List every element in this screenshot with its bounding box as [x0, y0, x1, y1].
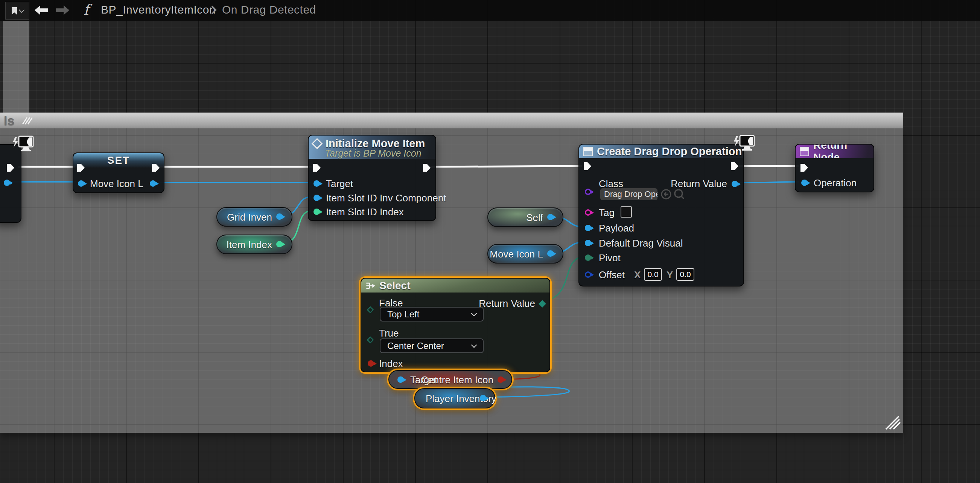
class-dropdown[interactable]: Drag Drop Opera — [600, 188, 657, 200]
false-value-dropdown[interactable]: Top Left — [380, 307, 484, 322]
exec-in-pin[interactable] — [800, 164, 808, 172]
target-pin[interactable] — [398, 376, 404, 383]
bookmark-icon — [11, 7, 18, 15]
exec-out-pin[interactable] — [731, 162, 739, 170]
item-index-variable-node[interactable]: Item Index — [216, 234, 293, 254]
exec-out-pin[interactable] — [423, 164, 431, 172]
item-slot-id-index-pin[interactable] — [313, 209, 320, 215]
return-node[interactable]: Return Node Operation — [795, 144, 874, 192]
initialize-move-item-node[interactable]: Initialize Move Item Target is BP Move I… — [308, 135, 436, 221]
select-icon — [366, 282, 375, 289]
default-drag-visual-pin[interactable] — [585, 240, 591, 246]
inv-component-pin-label: Item Slot ID Inv Component — [326, 192, 446, 204]
move-icon-l-label: Move Icon L — [490, 249, 543, 260]
class-pin[interactable] — [585, 189, 591, 195]
item-index-out-pin[interactable] — [276, 241, 283, 247]
false-value: Top Left — [387, 309, 419, 320]
return-node-title: Return Node — [813, 145, 873, 158]
operation-pin-label: Operation — [814, 177, 857, 189]
offset-x-input[interactable]: 0.0 — [644, 268, 662, 281]
wires-layer — [0, 0, 980, 483]
operation-pin[interactable] — [801, 180, 808, 186]
object-out-pin[interactable] — [4, 180, 10, 186]
select-return-pin[interactable] — [539, 300, 546, 308]
payload-pin-label: Payload — [599, 223, 634, 234]
player-inventory-out-pin[interactable] — [480, 395, 486, 401]
offset-pin-label: Offset — [599, 269, 625, 281]
create-node-header: Create Drag Drop Operation — [579, 145, 743, 158]
use-selected-and-browse-icons[interactable] — [660, 188, 684, 200]
back-arrow-button[interactable] — [35, 5, 48, 15]
blueprint-graph-canvas[interactable]: ls — [0, 0, 980, 483]
return-node-header: Return Node — [795, 145, 873, 158]
false-pin[interactable] — [367, 306, 374, 314]
return-value-row: Return Value — [671, 178, 738, 190]
function-square-icon — [583, 147, 593, 156]
payload-pin[interactable] — [585, 225, 591, 231]
set-node-title: SET — [107, 155, 130, 166]
initialize-node-subtitle: Target is BP Move Icon — [325, 148, 422, 159]
offset-pin[interactable] — [585, 271, 591, 278]
self-label: Self — [526, 212, 543, 224]
create-drag-drop-operation-node[interactable]: Create Drag Drop Operation Class Drag Dr… — [578, 144, 744, 287]
exec-in-pin[interactable] — [584, 162, 592, 170]
select-return-row: Return Value — [479, 298, 545, 309]
select-node-header: Select — [361, 279, 549, 293]
bookmarks-button[interactable] — [5, 2, 29, 19]
exec-in-pin[interactable] — [313, 164, 321, 172]
index-pin-label: Index — [379, 358, 403, 370]
tag-pin-label: Tag — [599, 207, 614, 219]
exec-in-pin[interactable] — [77, 164, 85, 172]
item-slot-id-inv-component-pin[interactable] — [313, 194, 320, 201]
grid-inven-out-pin[interactable] — [276, 214, 283, 220]
centre-item-icon-out-pin[interactable] — [498, 376, 504, 383]
self-out-pin[interactable] — [547, 214, 554, 220]
set-move-icon-node[interactable]: SET Move Icon L — [73, 153, 164, 193]
return-square-icon — [800, 147, 809, 156]
true-value-dropdown[interactable]: Center Center — [380, 338, 484, 353]
centre-item-icon-node[interactable]: Target Centre Item Icon — [388, 370, 512, 389]
pivot-pin-label: Pivot — [599, 252, 620, 264]
select-node[interactable]: Select False Top Left True Center Center… — [361, 278, 550, 372]
slot-index-pin-label: Item Slot ID Index — [326, 206, 404, 218]
move-icon-pin-label: Move Icon L — [90, 178, 143, 190]
item-index-label: Item Index — [227, 239, 272, 251]
move-icon-in-pin[interactable] — [78, 180, 84, 187]
move-icon-out-pin[interactable] — [150, 180, 156, 187]
chevron-down-icon — [18, 7, 24, 13]
graph-breadcrumb-toolbar: f BP_InventoryItemIcon On Drag Detected — [0, 0, 980, 21]
tag-text-input[interactable] — [620, 206, 632, 218]
default-drag-visual-label: Default Drag Visual — [599, 238, 683, 249]
offset-y-input[interactable]: 0.0 — [676, 268, 694, 281]
forward-arrow-button[interactable] — [56, 5, 69, 15]
self-variable-node[interactable]: Self — [487, 207, 563, 227]
index-pin[interactable] — [368, 360, 374, 367]
true-pin-label: True — [379, 328, 399, 339]
create-node-title: Create Drag Drop Operation — [597, 145, 742, 158]
set-node-header: SET — [73, 153, 164, 167]
breadcrumb-root[interactable]: BP_InventoryItemIcon — [101, 3, 216, 16]
tag-pin[interactable] — [585, 209, 591, 216]
exec-out-pin[interactable] — [7, 164, 15, 172]
offset-x-label: X — [634, 269, 641, 281]
breadcrumb-current[interactable]: On Drag Detected — [222, 3, 316, 16]
event-node-partial[interactable] — [0, 144, 21, 223]
class-dropdown-value: Drag Drop Opera — [604, 190, 657, 199]
centre-item-icon-label: Centre Item Icon — [421, 374, 493, 386]
true-value: Center Center — [387, 341, 444, 351]
wire-returnvalue-to-operation — [740, 182, 799, 183]
return-value-pin[interactable] — [732, 181, 738, 187]
select-node-title: Select — [379, 280, 410, 292]
player-inventory-variable-node[interactable]: Player Inventory — [414, 388, 495, 408]
target-pin-label: Target — [326, 178, 353, 190]
development-only-monitor-icon — [11, 135, 35, 152]
target-pin[interactable] — [313, 180, 320, 187]
true-pin[interactable] — [367, 336, 374, 344]
move-icon-l-out-pin[interactable] — [547, 250, 554, 257]
grid-inven-variable-node[interactable]: Grid Inven — [216, 207, 293, 226]
exec-out-pin[interactable] — [152, 164, 160, 172]
pivot-pin[interactable] — [585, 255, 591, 261]
move-icon-l-variable-node[interactable]: Move Icon L — [487, 244, 563, 263]
function-diamond-icon — [312, 138, 323, 150]
wire-exec-initialize-to-create — [431, 166, 582, 167]
